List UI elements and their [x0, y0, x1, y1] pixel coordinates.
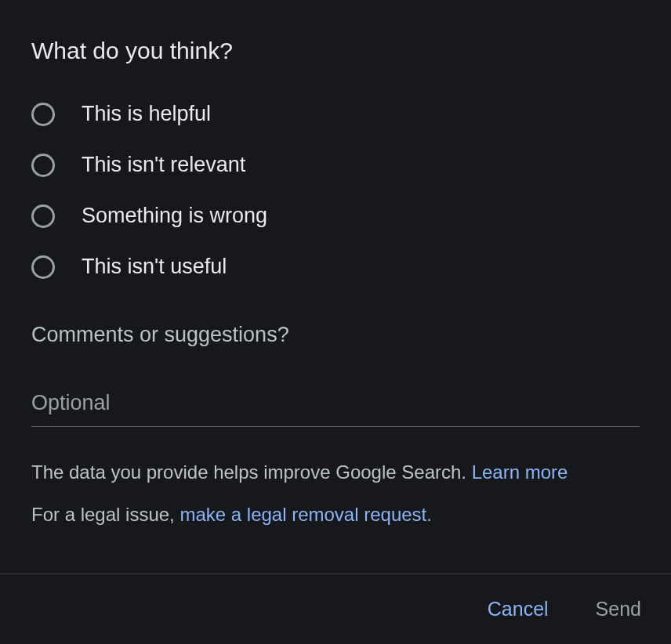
option-something-wrong[interactable]: Something is wrong	[31, 204, 640, 228]
dialog-title: What do you think?	[31, 38, 640, 64]
dialog-content: What do you think? This is helpful This …	[0, 0, 671, 573]
cancel-button[interactable]: Cancel	[486, 595, 550, 624]
info-line-2: For a legal issue, make a legal removal …	[31, 501, 640, 529]
option-label: This is helpful	[82, 102, 211, 126]
option-label: This isn't useful	[82, 255, 227, 279]
radio-icon	[31, 103, 55, 126]
radio-icon	[31, 154, 55, 177]
option-label: Something is wrong	[82, 204, 267, 228]
info-text: The data you provide helps improve Googl…	[31, 461, 472, 483]
learn-more-link[interactable]: Learn more	[472, 461, 568, 483]
comments-heading: Comments or suggestions?	[31, 323, 640, 347]
dialog-footer: Cancel Send	[0, 573, 671, 644]
info-text: For a legal issue,	[31, 504, 180, 525]
option-helpful[interactable]: This is helpful	[31, 102, 640, 126]
option-not-relevant[interactable]: This isn't relevant	[31, 153, 640, 177]
feedback-dialog: What do you think? This is helpful This …	[0, 0, 671, 644]
radio-icon	[31, 204, 55, 228]
info-line-1: The data you provide helps improve Googl…	[31, 458, 640, 487]
option-not-useful[interactable]: This isn't useful	[31, 255, 640, 279]
feedback-options: This is helpful This isn't relevant Some…	[31, 102, 640, 279]
send-button[interactable]: Send	[594, 595, 643, 624]
info-block: The data you provide helps improve Googl…	[31, 458, 640, 529]
comments-input[interactable]	[31, 386, 640, 427]
legal-removal-link[interactable]: make a legal removal request.	[180, 504, 432, 525]
option-label: This isn't relevant	[82, 153, 245, 177]
radio-icon	[31, 255, 55, 279]
